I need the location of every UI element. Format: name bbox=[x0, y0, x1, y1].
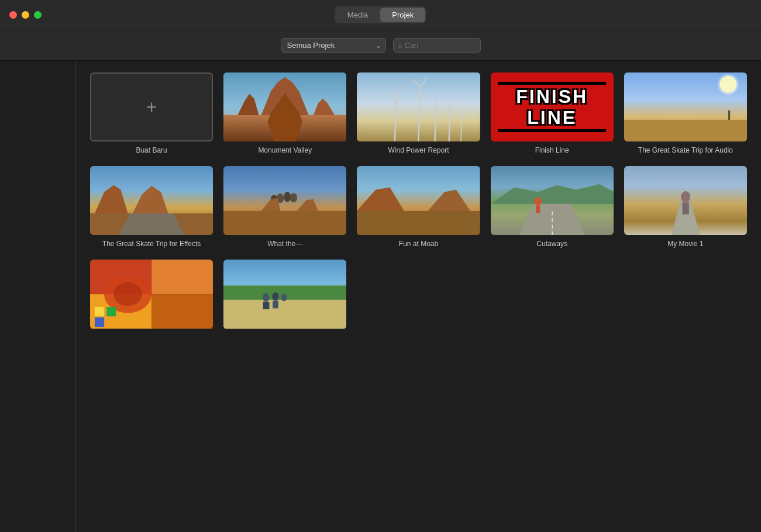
skate-effects-thumb bbox=[90, 166, 213, 235]
search-input[interactable] bbox=[405, 41, 476, 50]
new-project-thumb: + bbox=[90, 72, 213, 141]
svg-point-55 bbox=[113, 282, 142, 306]
project-item-moab[interactable]: Fun at Moab bbox=[357, 166, 480, 248]
project-label-finish: Finish Line bbox=[535, 146, 569, 154]
svg-rect-44 bbox=[536, 206, 539, 213]
monument-thumb bbox=[223, 72, 346, 141]
svg-rect-1 bbox=[223, 115, 346, 141]
finish-thumb: FINISH LINE bbox=[491, 72, 614, 141]
project-item-skate-audio[interactable]: The Great Skate Trip for Audio bbox=[624, 72, 747, 154]
project-item-what[interactable]: What the— bbox=[223, 166, 346, 248]
svg-point-64 bbox=[281, 294, 287, 302]
projects-grid: + Buat Baru bbox=[90, 72, 747, 334]
tab-group: Media Projek bbox=[335, 6, 426, 23]
filter-wrapper: Semua ProjekProjek AktifProjek Lama bbox=[281, 38, 386, 53]
project-item-skate-effects[interactable]: The Great Skate Trip for Effects bbox=[90, 166, 213, 248]
svg-point-30 bbox=[290, 193, 297, 202]
svg-rect-36 bbox=[357, 211, 480, 235]
svg-point-63 bbox=[272, 292, 278, 301]
titlebar: Media Projek bbox=[0, 0, 761, 30]
svg-rect-66 bbox=[273, 301, 278, 309]
svg-rect-57 bbox=[106, 307, 116, 316]
svg-rect-56 bbox=[95, 307, 104, 316]
svg-point-19 bbox=[718, 74, 739, 95]
svg-point-29 bbox=[284, 192, 291, 202]
sidebar bbox=[0, 61, 76, 532]
svg-rect-20 bbox=[728, 110, 730, 120]
project-item-cutaways[interactable]: Cutaways bbox=[491, 166, 614, 248]
project-item-new[interactable]: + Buat Baru bbox=[90, 72, 213, 154]
project-label-wind: Wind Power Report bbox=[388, 146, 449, 154]
svg-rect-51 bbox=[151, 260, 213, 294]
finish-text-line1: FINISH bbox=[516, 87, 588, 106]
svg-point-47 bbox=[681, 191, 690, 202]
minimize-button[interactable] bbox=[22, 11, 29, 19]
project-label-moab: Fun at Moab bbox=[399, 240, 438, 248]
traffic-lights bbox=[9, 11, 42, 19]
moab-thumb bbox=[357, 166, 480, 235]
project-item-wind[interactable]: Wind Power Report bbox=[357, 72, 480, 154]
project-item-mymovie[interactable]: My Movie 1 bbox=[624, 166, 747, 248]
cutaways-thumb bbox=[491, 166, 614, 235]
svg-rect-53 bbox=[151, 295, 213, 329]
project-label-what: What the— bbox=[267, 240, 302, 248]
grid-area: + Buat Baru bbox=[76, 61, 761, 532]
maximize-button[interactable] bbox=[34, 11, 42, 19]
project-item-finish[interactable]: FINISH LINE Finish Line bbox=[491, 72, 614, 154]
skate-audio-thumb bbox=[624, 72, 747, 141]
svg-rect-21 bbox=[624, 120, 747, 141]
tab-media[interactable]: Media bbox=[336, 8, 380, 22]
project-item-road[interactable] bbox=[223, 260, 346, 333]
project-label-skate-effects: The Great Skate Trip for Effects bbox=[102, 240, 201, 248]
project-label-new: Buat Baru bbox=[136, 146, 167, 154]
svg-rect-61 bbox=[223, 300, 346, 329]
svg-point-62 bbox=[263, 293, 269, 302]
svg-line-9 bbox=[449, 103, 450, 142]
project-item-toy[interactable] bbox=[90, 260, 213, 333]
main-content: + Buat Baru bbox=[0, 61, 761, 532]
tab-projek[interactable]: Projek bbox=[380, 8, 425, 22]
project-label-cutaways: Cutaways bbox=[536, 240, 567, 248]
svg-rect-32 bbox=[223, 211, 346, 235]
search-icon: ⌕ bbox=[398, 42, 402, 50]
toy-thumb bbox=[90, 260, 213, 329]
filter-select[interactable]: Semua ProjekProjek AktifProjek Lama bbox=[281, 38, 386, 53]
finish-line-bottom bbox=[498, 129, 606, 132]
project-label-skate-audio: The Great Skate Trip for Audio bbox=[638, 146, 733, 154]
mymovie-thumb bbox=[624, 166, 747, 235]
svg-rect-48 bbox=[682, 203, 688, 215]
wind-thumb bbox=[357, 72, 480, 141]
svg-point-43 bbox=[534, 198, 542, 206]
road-thumb bbox=[223, 260, 346, 329]
svg-rect-58 bbox=[95, 317, 104, 327]
project-label-mymovie: My Movie 1 bbox=[667, 240, 703, 248]
project-item-monument[interactable]: Monument Valley bbox=[223, 72, 346, 154]
svg-rect-65 bbox=[263, 302, 270, 310]
what-thumb bbox=[223, 166, 346, 235]
plus-icon: + bbox=[146, 98, 157, 116]
finish-line-top bbox=[498, 82, 606, 85]
project-label-monument: Monument Valley bbox=[258, 146, 312, 154]
search-box: ⌕ bbox=[393, 38, 481, 53]
toolbar: Semua ProjekProjek AktifProjek Lama ⌕ bbox=[0, 30, 761, 61]
close-button[interactable] bbox=[9, 11, 17, 19]
finish-text-line2: LINE bbox=[527, 108, 577, 127]
